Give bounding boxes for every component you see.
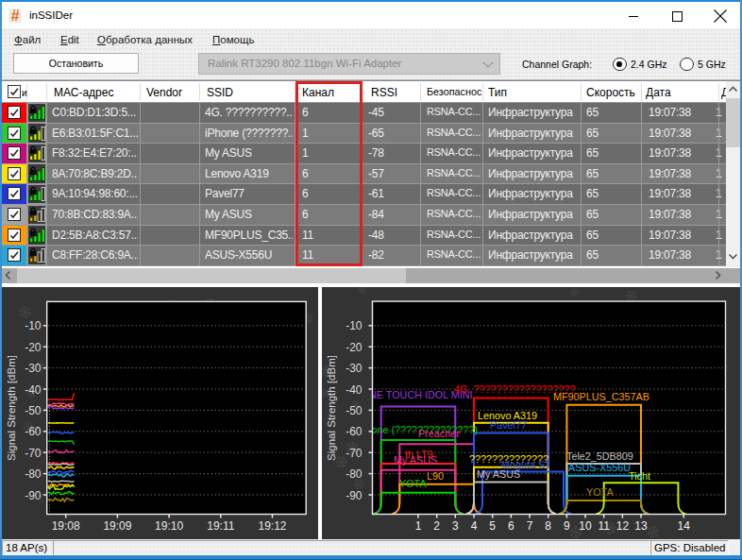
svg-text:Signal Strength [dBm]: Signal Strength [dBm] (326, 355, 337, 461)
svg-text:13: 13 (634, 519, 648, 533)
svg-text:-60: -60 (346, 425, 363, 438)
svg-text:-20: -20 (346, 341, 363, 354)
svg-text:Pavel77: Pavel77 (490, 419, 527, 431)
svg-text:8: 8 (545, 519, 551, 533)
svg-text:19:09: 19:09 (103, 519, 131, 533)
svg-text:ASUS-X556U: ASUS-X556U (568, 462, 631, 473)
svg-text:14: 14 (678, 519, 691, 533)
svg-text:-90: -90 (25, 489, 42, 502)
svg-text:5: 5 (489, 519, 496, 533)
svg-text:L90: L90 (427, 470, 444, 482)
svg-text:7: 7 (527, 519, 533, 533)
svg-text:-80: -80 (25, 467, 42, 481)
svg-text:6: 6 (508, 519, 514, 533)
svg-text:Signal Strength [dBm]: Signal Strength [dBm] (6, 355, 17, 461)
svg-text:19:08: 19:08 (52, 519, 80, 533)
svg-text:9: 9 (564, 519, 570, 533)
svg-text:-70: -70 (346, 447, 363, 460)
svg-text:10: 10 (579, 519, 592, 533)
svg-text:19:12: 19:12 (258, 519, 286, 533)
svg-text:My ASUS: My ASUS (477, 468, 520, 480)
svg-text:Ticht: Ticht (629, 470, 650, 482)
svg-text:-40: -40 (346, 383, 363, 397)
svg-text:11: 11 (598, 519, 610, 533)
svg-text:YOTA: YOTA (399, 478, 427, 489)
svg-text:12: 12 (616, 519, 630, 533)
svg-text:-30: -30 (25, 362, 42, 375)
svg-text:2: 2 (433, 519, 440, 533)
svg-text:-50: -50 (25, 404, 42, 417)
svg-text:MF90PLUS_C357AB: MF90PLUS_C357AB (553, 391, 649, 402)
svg-text:-80: -80 (346, 467, 363, 481)
svg-text:Preacher: Preacher (418, 428, 460, 439)
svg-text:4: 4 (471, 519, 478, 533)
svg-text:19:10: 19:10 (155, 519, 183, 533)
svg-text:19:11: 19:11 (207, 519, 234, 533)
svg-text:-70: -70 (25, 447, 42, 460)
svg-text:-40: -40 (25, 383, 42, 397)
svg-text:-20: -20 (25, 341, 42, 354)
svg-text:-90: -90 (346, 489, 363, 502)
svg-text:Tele2_5DB809: Tele2_5DB809 (566, 450, 633, 462)
svg-text:3: 3 (452, 519, 459, 533)
svg-text:-50: -50 (346, 404, 363, 417)
svg-text:My ASUS: My ASUS (394, 454, 437, 466)
svg-text:-30: -30 (346, 362, 363, 375)
svg-text:-60: -60 (25, 425, 42, 438)
svg-text:1: 1 (415, 519, 422, 533)
svg-text:-10: -10 (25, 319, 42, 332)
svg-text:YOTA: YOTA (586, 486, 614, 498)
svg-text:-10: -10 (346, 319, 363, 332)
